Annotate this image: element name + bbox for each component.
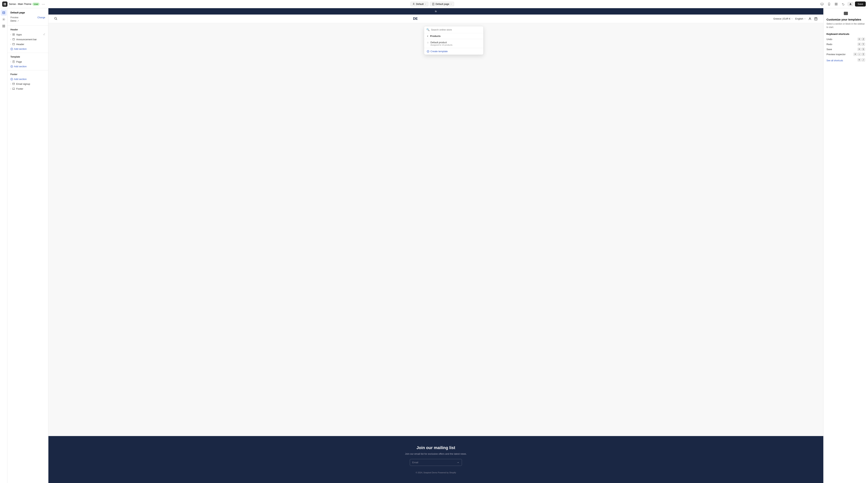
store-nav-right: Greece | EUR € English: [773, 17, 818, 21]
demo-row: Demo ↗: [7, 19, 48, 24]
shortcut-preview: Preview inspector ⌘ ⇧ I: [827, 53, 865, 56]
panel-icon: [827, 11, 865, 16]
search-icon-store[interactable]: [54, 17, 57, 21]
redo-keys: ⌘ Y: [858, 43, 865, 46]
footer-email-input[interactable]: [410, 459, 454, 466]
store-nav: DE Greece | EUR € English: [49, 15, 823, 23]
svg-rect-31: [13, 38, 15, 40]
template-section-label: Template: [7, 54, 48, 59]
footer-email-row: →: [410, 459, 462, 466]
see-all-key1: ⌘: [858, 58, 861, 61]
sidebar: Default page Preview Change Demo ↗ Heade…: [7, 8, 49, 483]
search-icon: 🔍: [426, 28, 430, 31]
preview-keys: ⌘ ⇧ I: [854, 53, 865, 56]
redo-key1: ⌘: [858, 43, 861, 46]
store-topbar-text: In: [435, 10, 437, 13]
svg-point-18: [850, 3, 851, 4]
grid-button[interactable]: [833, 1, 839, 7]
store-topbar: In: [49, 8, 823, 15]
header-section-label: Header: [7, 27, 48, 32]
svg-rect-27: [13, 33, 13, 34]
shortcut-redo: Redo ⌘ Y: [827, 43, 865, 46]
change-button[interactable]: Change: [37, 16, 45, 19]
see-all-link[interactable]: See all shortcuts: [827, 59, 843, 62]
sidebar-item-footer[interactable]: › Footer: [7, 86, 48, 91]
announcement-bar-label: Announcement bar: [16, 38, 37, 41]
svg-rect-28: [14, 33, 15, 34]
shortcut-undo: Undo ⌘ Z: [827, 38, 865, 41]
svg-rect-19: [3, 11, 5, 14]
footer-icon: [12, 87, 15, 90]
preview-key3: I: [862, 53, 865, 56]
save-button[interactable]: Save: [855, 1, 866, 6]
cart-icon[interactable]: [814, 17, 818, 21]
save-key2: S: [862, 48, 865, 51]
undo-label: Undo: [827, 38, 832, 40]
rail-apps[interactable]: [1, 23, 7, 29]
theme-name-text: Sense - Main Theme: [9, 3, 31, 5]
store-frame: In DE Greece | EUR € English: [49, 8, 823, 483]
svg-rect-16: [835, 4, 836, 5]
svg-rect-49: [13, 88, 15, 89]
page-label: Default page: [435, 3, 449, 5]
save-key1: ⌘: [858, 48, 861, 51]
search-input[interactable]: [431, 28, 481, 31]
nav-locale[interactable]: Greece | EUR €: [773, 17, 793, 20]
dropdown-default-product[interactable]: ☆ Default product Assigned to 13 product…: [424, 39, 483, 48]
template-add-section-button[interactable]: Add section: [7, 64, 48, 69]
preview-key1: ⌘: [854, 53, 857, 56]
nav-language[interactable]: English: [795, 17, 806, 20]
svg-rect-29: [13, 35, 13, 35]
language-text: English: [795, 17, 803, 20]
devices-button[interactable]: [819, 1, 825, 7]
sidebar-item-page[interactable]: › Page: [7, 59, 48, 64]
store-logo: DE: [413, 17, 417, 21]
svg-rect-33: [13, 43, 15, 45]
sidebar-item-email-signup[interactable]: › Email signup: [7, 81, 48, 86]
mobile-button[interactable]: [826, 1, 832, 7]
dropdown-create-template[interactable]: Create template: [424, 48, 483, 55]
create-template-label: Create template: [431, 50, 448, 53]
svg-rect-30: [14, 35, 15, 35]
svg-point-53: [809, 18, 810, 19]
shortcuts-title: Keyboard shortcuts: [827, 33, 865, 35]
preview-key2: ⇧: [858, 53, 861, 56]
add-section-label: Add section: [14, 65, 27, 68]
footer-add-section-label: Add section: [14, 78, 27, 81]
page-item-label: Page: [16, 60, 22, 63]
save-keys: ⌘ S: [858, 48, 865, 51]
default-dropdown[interactable]: Default: [410, 2, 428, 6]
svg-rect-2: [4, 4, 5, 5]
external-link-icon: ↗: [17, 20, 19, 22]
theme-name: Sense - Main Theme Live: [9, 3, 39, 6]
dropdown-back-products[interactable]: Products: [424, 33, 483, 39]
undo-key2: Z: [862, 38, 865, 41]
svg-point-22: [3, 19, 4, 20]
panel-desc: Select a section or block in the sidebar…: [827, 22, 865, 29]
svg-rect-9: [821, 3, 823, 5]
undo-keys: ⌘ Z: [858, 38, 865, 41]
sidebar-item-announcement-bar[interactable]: › Announcement bar: [7, 37, 48, 42]
store-footer: Join our mailing list Join our email lis…: [49, 436, 823, 483]
email-signup-label: Email signup: [16, 83, 30, 85]
more-button[interactable]: ⋯: [42, 2, 45, 6]
page-dropdown[interactable]: Default page: [430, 2, 454, 6]
see-all-keys: ⌘ /: [858, 58, 865, 61]
rail-sections[interactable]: [1, 10, 7, 16]
sidebar-item-header[interactable]: › Header: [7, 42, 48, 47]
undo-button[interactable]: [840, 1, 846, 7]
footer-add-section-button[interactable]: Add section: [7, 77, 48, 81]
svg-rect-24: [4, 25, 5, 26]
panel-title: Customize your templates: [827, 18, 865, 21]
header-add-section-button[interactable]: Add section: [7, 47, 48, 51]
undo-key1: ⌘: [858, 38, 861, 41]
topbar-center: Default Default page: [46, 2, 818, 6]
svg-rect-12: [828, 3, 830, 5]
account-icon[interactable]: [808, 17, 812, 21]
sidebar-item-apps[interactable]: › Apps: [7, 32, 48, 37]
topbar-right: Save: [819, 1, 866, 7]
rail-settings[interactable]: [1, 17, 7, 22]
svg-line-52: [56, 19, 57, 20]
footer-email-submit[interactable]: →: [454, 459, 462, 466]
svg-rect-3: [5, 4, 6, 5]
